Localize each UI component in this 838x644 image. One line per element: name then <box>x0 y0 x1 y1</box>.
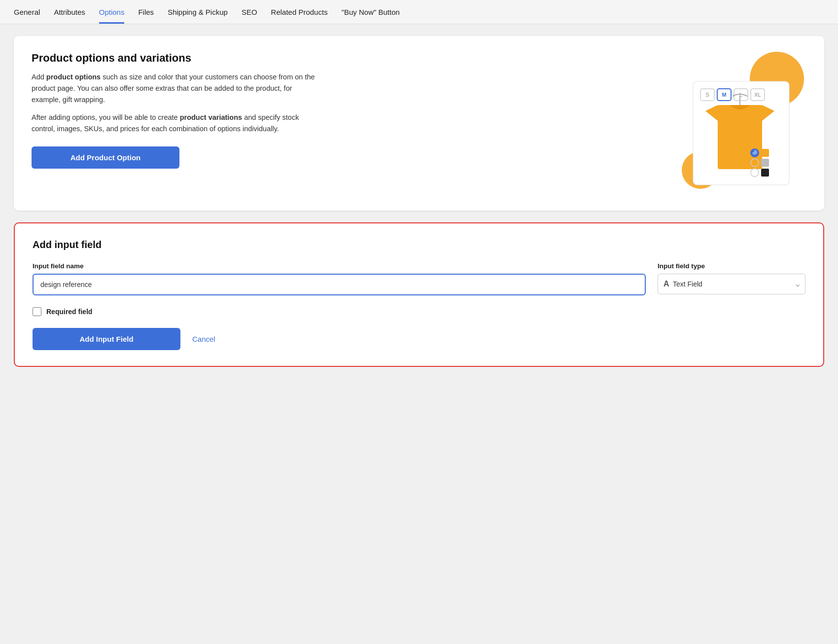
tab-seo[interactable]: SEO <box>242 8 257 24</box>
cancel-button[interactable]: Cancel <box>192 335 215 343</box>
options-bold2: product variations <box>180 113 243 121</box>
input-field-type-select[interactable]: Text Field Number Date Checkbox Select <box>658 274 805 294</box>
required-field-label[interactable]: Required field <box>46 308 92 316</box>
svg-rect-18 <box>761 149 769 157</box>
tab-general[interactable]: General <box>14 8 40 24</box>
tab-shipping[interactable]: Shipping & Pickup <box>168 8 228 24</box>
nav-tabs: General Attributes Options Files Shippin… <box>0 0 838 24</box>
svg-point-17 <box>751 149 754 152</box>
input-field-name-label: Input field name <box>33 262 646 270</box>
options-para2-prefix: After adding options, you will be able t… <box>32 113 180 121</box>
svg-text:M: M <box>722 92 726 98</box>
add-product-option-button[interactable]: Add Product Option <box>32 146 179 169</box>
svg-rect-13 <box>718 105 762 169</box>
product-options-card: Product options and variations Add produ… <box>14 36 824 211</box>
add-input-field-card: Add input field Input field name Input f… <box>14 222 824 367</box>
tab-attributes[interactable]: Attributes <box>54 8 85 24</box>
main-content: Product options and variations Add produ… <box>0 24 838 379</box>
options-paragraph1: Add product options such as size and col… <box>32 72 317 106</box>
svg-rect-22 <box>761 169 769 177</box>
options-paragraph2: After adding options, you will be able t… <box>32 112 317 135</box>
action-buttons-row: Add Input Field Cancel <box>33 328 805 350</box>
input-field-name-input[interactable] <box>33 274 646 295</box>
options-bold1: product options <box>46 73 101 81</box>
form-fields-row: Input field name Input field type A Text… <box>33 262 805 295</box>
svg-text:XL: XL <box>754 92 761 98</box>
input-field-type-group: Input field type A Text Field Number Dat… <box>658 262 805 294</box>
illustration-svg: S M L XL <box>678 52 806 195</box>
required-field-row: Required field <box>33 307 805 316</box>
input-field-type-label: Input field type <box>658 262 805 270</box>
options-text-area: Product options and variations Add produ… <box>32 52 317 169</box>
tab-buynow[interactable]: "Buy Now" Button <box>342 8 400 24</box>
add-input-field-button[interactable]: Add Input Field <box>33 328 180 350</box>
required-field-checkbox[interactable] <box>33 307 41 316</box>
input-field-title: Add input field <box>33 239 805 250</box>
tab-related-products[interactable]: Related Products <box>271 8 328 24</box>
options-title: Product options and variations <box>32 52 317 65</box>
svg-rect-20 <box>761 159 769 167</box>
type-select-wrapper: A Text Field Number Date Checkbox Select… <box>658 274 805 294</box>
tab-options[interactable]: Options <box>99 8 125 24</box>
input-field-name-group: Input field name <box>33 262 646 295</box>
tab-files[interactable]: Files <box>138 8 154 24</box>
svg-text:S: S <box>705 92 709 98</box>
product-illustration: S M L XL <box>678 52 806 195</box>
